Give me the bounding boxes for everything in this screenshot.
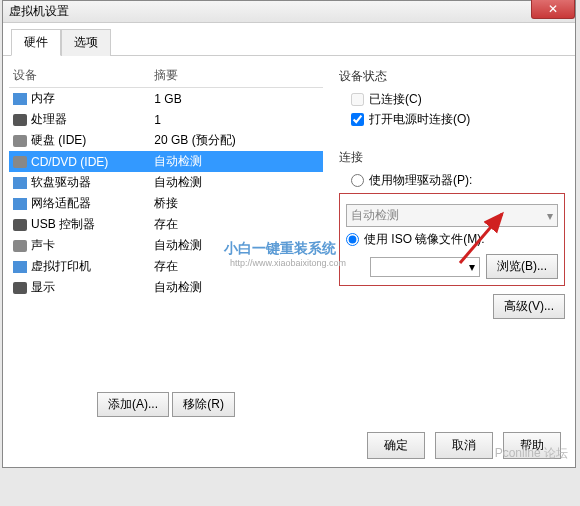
- connect-poweron-label: 打开电源时连接(O): [369, 111, 470, 128]
- device-icon: [13, 198, 27, 210]
- device-summary: 自动检测: [150, 277, 323, 298]
- titlebar: 虚拟机设置 ✕: [3, 1, 575, 23]
- dialog-buttons: 确定 取消 帮助: [367, 432, 561, 459]
- device-summary: 存在: [150, 214, 323, 235]
- status-group: 设备状态 已连接(C) 打开电源时连接(O): [339, 64, 565, 135]
- content-area: 设备 摘要 内存1 GB处理器1硬盘 (IDE)20 GB (预分配)CD/DV…: [3, 55, 575, 431]
- table-row[interactable]: 软盘驱动器自动检测: [9, 172, 323, 193]
- device-icon: [13, 156, 27, 168]
- table-row[interactable]: 处理器1: [9, 109, 323, 130]
- cancel-button[interactable]: 取消: [435, 432, 493, 459]
- connected-checkbox: [351, 93, 364, 106]
- tab-hardware[interactable]: 硬件: [11, 29, 61, 56]
- device-summary: 1 GB: [150, 88, 323, 110]
- device-name: 虚拟打印机: [31, 259, 91, 273]
- device-name: 声卡: [31, 238, 55, 252]
- device-name: 硬盘 (IDE): [31, 133, 86, 147]
- add-button[interactable]: 添加(A)...: [97, 392, 169, 417]
- table-row[interactable]: 网络适配器桥接: [9, 193, 323, 214]
- device-summary: 自动检测: [150, 151, 323, 172]
- device-icon: [13, 219, 27, 231]
- device-name: 软盘驱动器: [31, 175, 91, 189]
- connect-poweron-checkbox[interactable]: [351, 113, 364, 126]
- device-name: 内存: [31, 91, 55, 105]
- advanced-row: 高级(V)...: [339, 294, 565, 319]
- device-summary: 20 GB (预分配): [150, 130, 323, 151]
- status-title: 设备状态: [339, 68, 565, 85]
- device-summary: 桥接: [150, 193, 323, 214]
- table-row[interactable]: USB 控制器存在: [9, 214, 323, 235]
- iso-label: 使用 ISO 镜像文件(M):: [364, 231, 485, 248]
- device-list-panel: 设备 摘要 内存1 GB处理器1硬盘 (IDE)20 GB (预分配)CD/DV…: [3, 56, 329, 431]
- connected-label: 已连接(C): [369, 91, 422, 108]
- physical-dropdown-value: 自动检测: [351, 207, 399, 224]
- tab-options[interactable]: 选项: [61, 29, 111, 56]
- physical-radio-row[interactable]: 使用物理驱动器(P):: [351, 172, 565, 189]
- device-name: CD/DVD (IDE): [31, 155, 108, 169]
- device-name: 处理器: [31, 112, 67, 126]
- help-button[interactable]: 帮助: [503, 432, 561, 459]
- detail-panel: 设备状态 已连接(C) 打开电源时连接(O) 连接 使用物理驱动器(P):: [329, 56, 575, 431]
- settings-window: 虚拟机设置 ✕ 硬件 选项 设备 摘要 内存1 GB处理器1硬盘 (IDE)20…: [2, 0, 576, 468]
- iso-file-row: ▾ 浏览(B)...: [370, 254, 558, 279]
- connected-checkbox-row[interactable]: 已连接(C): [351, 91, 565, 108]
- device-summary: 1: [150, 109, 323, 130]
- device-icon: [13, 261, 27, 273]
- iso-radio-row[interactable]: 使用 ISO 镜像文件(M):: [346, 231, 558, 248]
- iso-radio[interactable]: [346, 233, 359, 246]
- col-device: 设备: [9, 64, 150, 88]
- device-summary: 自动检测: [150, 172, 323, 193]
- device-table: 设备 摘要 内存1 GB处理器1硬盘 (IDE)20 GB (预分配)CD/DV…: [9, 64, 323, 298]
- physical-radio[interactable]: [351, 174, 364, 187]
- connect-poweron-checkbox-row[interactable]: 打开电源时连接(O): [351, 111, 565, 128]
- device-name: USB 控制器: [31, 217, 95, 231]
- physical-label: 使用物理驱动器(P):: [369, 172, 472, 189]
- device-name: 显示: [31, 280, 55, 294]
- col-summary: 摘要: [150, 64, 323, 88]
- window-title: 虚拟机设置: [9, 3, 69, 20]
- device-summary: 自动检测: [150, 235, 323, 256]
- table-row[interactable]: CD/DVD (IDE)自动检测: [9, 151, 323, 172]
- table-row[interactable]: 硬盘 (IDE)20 GB (预分配): [9, 130, 323, 151]
- browse-button[interactable]: 浏览(B)...: [486, 254, 558, 279]
- table-row[interactable]: 内存1 GB: [9, 88, 323, 110]
- device-name: 网络适配器: [31, 196, 91, 210]
- device-icon: [13, 135, 27, 147]
- table-row[interactable]: 声卡自动检测: [9, 235, 323, 256]
- physical-dropdown: 自动检测 ▾: [346, 204, 558, 227]
- device-icon: [13, 282, 27, 294]
- chevron-down-icon: ▾: [469, 260, 475, 274]
- advanced-button[interactable]: 高级(V)...: [493, 294, 565, 319]
- device-buttons: 添加(A)... 移除(R): [9, 386, 323, 423]
- device-icon: [13, 114, 27, 126]
- device-icon: [13, 240, 27, 252]
- device-icon: [13, 177, 27, 189]
- tab-bar: 硬件 选项: [11, 29, 575, 56]
- iso-file-input[interactable]: ▾: [370, 257, 480, 277]
- device-summary: 存在: [150, 256, 323, 277]
- table-row[interactable]: 显示自动检测: [9, 277, 323, 298]
- connection-group: 连接 使用物理驱动器(P): 自动检测 ▾ 使用 ISO 镜像文件(M):: [339, 145, 565, 323]
- highlight-box: 自动检测 ▾ 使用 ISO 镜像文件(M): ▾ 浏览(B)...: [339, 193, 565, 286]
- remove-button[interactable]: 移除(R): [172, 392, 235, 417]
- close-button[interactable]: ✕: [531, 0, 575, 19]
- table-row[interactable]: 虚拟打印机存在: [9, 256, 323, 277]
- device-icon: [13, 93, 27, 105]
- close-icon: ✕: [548, 2, 558, 16]
- ok-button[interactable]: 确定: [367, 432, 425, 459]
- chevron-down-icon: ▾: [547, 209, 553, 223]
- connection-title: 连接: [339, 149, 565, 166]
